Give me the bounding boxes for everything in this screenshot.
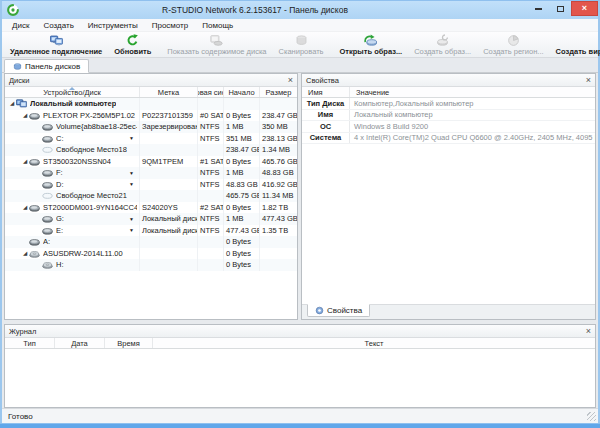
device-name: Свободное Место18 bbox=[56, 145, 127, 154]
minimize-button[interactable] bbox=[527, 1, 549, 16]
disk-row[interactable]: G:▼Локальный дискNTFS1 MB477.43 GB bbox=[5, 213, 297, 225]
device-cell: G:▼ bbox=[5, 213, 140, 225]
device-cell: E:▼ bbox=[5, 225, 140, 237]
column-header-label: Время bbox=[117, 339, 140, 348]
expand-arrow-icon[interactable]: ◢ bbox=[21, 156, 29, 167]
property-name: ОС bbox=[302, 121, 350, 132]
tab-properties[interactable]: Свойства bbox=[307, 304, 370, 317]
properties-column-header: ИмяЗначение bbox=[302, 87, 595, 98]
volume-actions-dropdown-icon[interactable]: ▼ bbox=[129, 216, 137, 222]
log-column-header-3[interactable]: Текст bbox=[153, 338, 595, 348]
toolbar-button-create-image[interactable]: Создать образ... bbox=[408, 32, 477, 57]
fs-cell bbox=[198, 144, 224, 156]
disks-panel-close-icon[interactable]: × bbox=[288, 76, 293, 85]
column-header-0[interactable]: Устройство/Диск bbox=[5, 87, 140, 97]
toolbar-button-open-image[interactable]: Открыть образ... bbox=[334, 32, 409, 57]
properties-panel-close-icon[interactable]: × bbox=[586, 76, 591, 85]
disk-row[interactable]: ◢ST2000DM001-9YN164CC46S24020YS#2 SAT...… bbox=[5, 202, 297, 214]
disk-row[interactable]: A:0 Bytes bbox=[5, 236, 297, 248]
disk-row[interactable]: H:0 Bytes bbox=[5, 259, 297, 271]
hard-disk-icon bbox=[42, 225, 54, 236]
device-cell: Volume{ab8bae18-25ec-1... bbox=[5, 121, 140, 133]
expand-arrow-icon[interactable]: ◢ bbox=[21, 202, 29, 213]
hard-disk-icon bbox=[42, 213, 54, 224]
properties-column-header-0[interactable]: Имя bbox=[302, 87, 350, 97]
property-row[interactable]: ОСWindows 8 Build 9200 bbox=[302, 121, 595, 133]
column-header-3[interactable]: Начало bbox=[224, 87, 260, 97]
open-image-icon bbox=[364, 33, 377, 47]
close-button[interactable]: × bbox=[571, 1, 598, 16]
menu-item-4[interactable]: Помощь bbox=[195, 21, 240, 30]
expand-arrow-icon[interactable]: ◢ bbox=[21, 110, 29, 121]
disk-row[interactable]: F:▼NTFS1 MB48.83 GB bbox=[5, 167, 297, 179]
app-window: R-STUDIO Network 6.2.153617 - Панель дис… bbox=[0, 0, 600, 428]
disk-row[interactable]: ◢PLEXTOR PX-256M5P1.02P02237101359#0 SAT… bbox=[5, 110, 297, 122]
disk-row[interactable]: ◢ASUSDRW-2014L11.000 Bytes bbox=[5, 248, 297, 260]
title-bar: R-STUDIO Network 6.2.153617 - Панель дис… bbox=[2, 1, 598, 19]
property-name: Имя bbox=[302, 110, 350, 121]
toolbar-button-label: Показать содержимое диска bbox=[167, 47, 266, 57]
toolbar-button-refresh[interactable]: Обновить bbox=[108, 32, 157, 57]
device-cell: C:▼ bbox=[5, 133, 140, 145]
window-bottom-border bbox=[0, 423, 600, 428]
toolbar-button-remote-connection[interactable]: Удаленное подключение bbox=[4, 32, 108, 57]
disk-row[interactable]: C:▼NTFS351 MB238.13 GB bbox=[5, 133, 297, 145]
log-column-header-0[interactable]: Тип bbox=[5, 338, 55, 348]
column-header-label: Дата bbox=[71, 339, 88, 348]
volume-actions-dropdown-icon[interactable]: ▼ bbox=[129, 135, 137, 141]
device-cell: A: bbox=[5, 236, 140, 248]
menu-item-1[interactable]: Создать bbox=[36, 21, 80, 30]
device-cell: ◢ST2000DM001-9YN164CC46 bbox=[5, 202, 140, 214]
resize-grip[interactable] bbox=[587, 412, 596, 421]
property-row[interactable]: ИмяЛокальный компьютер bbox=[302, 110, 595, 122]
create-region-icon bbox=[507, 33, 520, 47]
log-column-header-1[interactable]: Дата bbox=[55, 338, 105, 348]
volume-actions-dropdown-icon[interactable]: ▼ bbox=[129, 170, 137, 176]
disk-row[interactable]: E:▼Локальный дискNTFS477.43 GB1.35 TB bbox=[5, 225, 297, 237]
column-header-1[interactable]: Метка bbox=[140, 87, 198, 97]
scan-disk-icon bbox=[295, 33, 308, 47]
label-cell bbox=[140, 236, 198, 248]
disk-row[interactable]: Свободное Место18238.47 GB1.34 MB bbox=[5, 144, 297, 156]
disk-row[interactable]: ◢Локальный компьютер bbox=[5, 98, 297, 110]
property-row[interactable]: Тип ДискаКомпьютер,Локальный компьютер bbox=[302, 98, 595, 110]
tab-label: Панель дисков bbox=[25, 62, 80, 71]
hard-disk-icon bbox=[29, 156, 41, 167]
column-header-4[interactable]: Размер bbox=[260, 87, 297, 97]
window-title: R-STUDIO Network 6.2.153617 - Панель дис… bbox=[24, 5, 486, 15]
column-header-label: Размер bbox=[266, 88, 292, 97]
disk-row[interactable]: D:▼NTFS48.83 GB416.92 GB bbox=[5, 179, 297, 191]
property-row[interactable]: Система4 x Intel(R) Core(TM)2 Quad CPU Q… bbox=[302, 133, 595, 145]
fs-cell bbox=[198, 248, 224, 260]
window-controls: × bbox=[527, 1, 598, 17]
expand-arrow-icon[interactable]: ◢ bbox=[21, 248, 29, 259]
toolbar-button-create-region[interactable]: Создать регион... bbox=[477, 32, 549, 57]
hard-disk-icon bbox=[42, 133, 54, 144]
toolbar-button-show-disk-content[interactable]: Показать содержимое диска bbox=[161, 32, 272, 57]
fs-cell: NTFS bbox=[198, 225, 224, 237]
toolbar-button-label: Сканировать bbox=[279, 47, 324, 57]
menu-item-0[interactable]: Диск bbox=[5, 21, 36, 30]
tab-disk-panel[interactable]: Панель дисков bbox=[4, 59, 89, 73]
log-column-header-2[interactable]: Время bbox=[105, 338, 153, 348]
menu-item-3[interactable]: Просмотр bbox=[145, 21, 196, 30]
maximize-button[interactable] bbox=[549, 1, 571, 16]
column-header-2[interactable]: овая сис bbox=[198, 87, 224, 97]
disks-panel-title: Диски bbox=[9, 76, 30, 85]
toolbar-button-scan-disk[interactable]: Сканировать bbox=[273, 32, 330, 57]
properties-column-header-1[interactable]: Значение bbox=[350, 87, 595, 97]
menu-item-2[interactable]: Инструменты bbox=[81, 21, 145, 30]
volume-actions-dropdown-icon[interactable]: ▼ bbox=[129, 227, 137, 233]
toolbar-button-create-virtual-raid[interactable]: Создать виртуальный RAID▼ bbox=[550, 32, 600, 57]
device-cell: ◢Локальный компьютер bbox=[5, 98, 140, 110]
disk-row[interactable]: Volume{ab8bae18-25ec-1...Зарезервирован.… bbox=[5, 121, 297, 133]
log-panel-close-icon[interactable]: × bbox=[586, 327, 591, 336]
size-cell: 465.76 GB bbox=[260, 156, 297, 168]
main-area: Диски × Устройство/ДискМеткаовая сисНача… bbox=[2, 73, 598, 320]
size-cell bbox=[260, 259, 297, 271]
label-cell bbox=[140, 133, 198, 145]
expand-arrow-icon[interactable]: ◢ bbox=[8, 98, 16, 109]
volume-actions-dropdown-icon[interactable]: ▼ bbox=[129, 181, 137, 187]
disk-row[interactable]: Свободное Место21465.75 GB11.34 MB bbox=[5, 190, 297, 202]
disk-row[interactable]: ◢ST3500320NSSN049QM1TPEM#1 SAT...0 Bytes… bbox=[5, 156, 297, 168]
